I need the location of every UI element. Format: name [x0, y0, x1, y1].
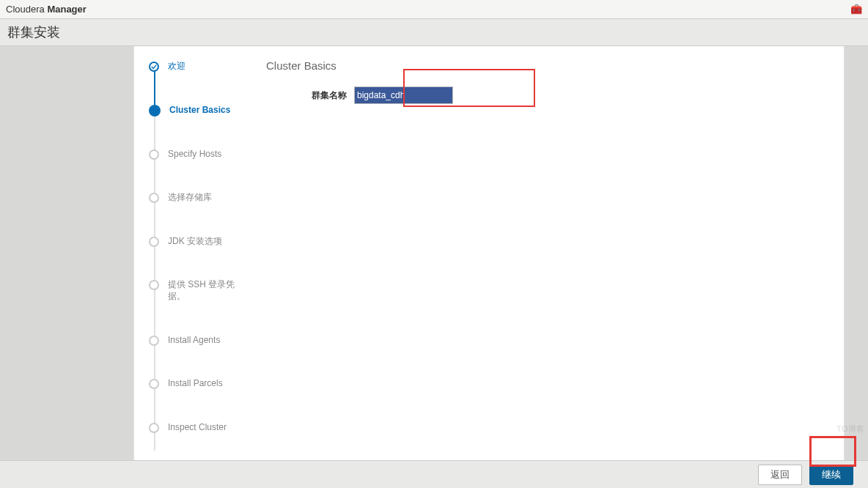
pending-step-icon — [149, 280, 159, 290]
step-ssh-credentials[interactable]: 提供 SSH 登录凭据。 — [149, 279, 251, 302]
top-bar: Cloudera Manager 🧰 — [0, 0, 868, 19]
cluster-name-row: 群集名称 — [303, 86, 829, 104]
steps-sidebar: 欢迎 Cluster Basics Specify Hosts 选择存储库 JD… — [134, 46, 251, 465]
step-select-repo[interactable]: 选择存储库 — [149, 192, 251, 204]
step-cluster-basics[interactable]: Cluster Basics — [149, 105, 251, 117]
pending-step-icon — [149, 379, 159, 389]
cluster-name-input[interactable] — [354, 86, 453, 104]
step-label: JDK 安装选项 — [168, 236, 222, 248]
back-button[interactable]: 返回 — [758, 465, 802, 485]
continue-button[interactable]: 继续 — [809, 465, 853, 485]
step-label: Cluster Basics — [169, 105, 230, 117]
page-title-bar: 群集安装 — [0, 19, 868, 46]
content-area: Cluster Basics 群集名称 — [251, 46, 844, 465]
step-label: 选择存储库 — [168, 192, 212, 204]
cluster-name-label: 群集名称 — [303, 89, 347, 102]
step-inspect-cluster[interactable]: Inspect Cluster — [149, 422, 251, 434]
step-label: 提供 SSH 登录凭据。 — [168, 279, 249, 302]
step-jdk-options[interactable]: JDK 安装选项 — [149, 236, 251, 248]
brand: Cloudera Manager — [6, 4, 87, 15]
pending-step-icon — [149, 336, 159, 346]
pending-step-icon — [149, 149, 159, 160]
page-title: 群集安装 — [7, 23, 861, 41]
step-label: Inspect Cluster — [168, 422, 227, 434]
step-specify-hosts[interactable]: Specify Hosts — [149, 149, 251, 160]
brand-light: Cloudera — [6, 4, 47, 15]
footer-bar: 返回 继续 — [0, 460, 868, 488]
step-install-parcels[interactable]: Install Parcels — [149, 378, 251, 390]
step-install-agents[interactable]: Install Agents — [149, 335, 251, 347]
active-step-icon — [149, 105, 161, 117]
toolbox-icon[interactable]: 🧰 — [850, 4, 862, 15]
workspace: 欢迎 Cluster Basics Specify Hosts 选择存储库 JD… — [0, 46, 868, 465]
step-label: Install Parcels — [168, 378, 223, 390]
step-label: Install Agents — [168, 335, 220, 347]
step-welcome[interactable]: 欢迎 — [149, 61, 251, 73]
brand-bold: Manager — [47, 4, 86, 15]
pending-step-icon — [149, 193, 159, 203]
main-panel: 欢迎 Cluster Basics Specify Hosts 选择存储库 JD… — [133, 46, 845, 465]
check-circle-icon — [149, 62, 159, 72]
section-heading: Cluster Basics — [266, 59, 829, 72]
pending-step-icon — [149, 237, 159, 247]
pending-step-icon — [149, 423, 159, 433]
step-label: Specify Hosts — [168, 149, 221, 160]
step-label: 欢迎 — [168, 61, 185, 73]
